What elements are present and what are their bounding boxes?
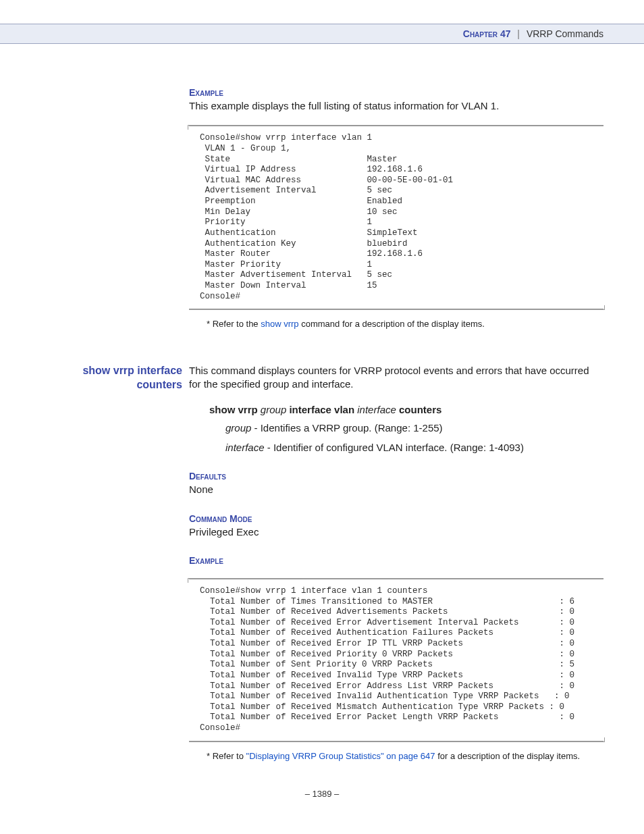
example-heading-2: Example bbox=[189, 555, 603, 566]
footnote-1: * Refer to the show vrrp command for a d… bbox=[207, 318, 603, 330]
displaying-vrrp-stats-link[interactable]: "Displaying VRRP Group Statistics" on pa… bbox=[246, 751, 435, 761]
param-group-name: group bbox=[225, 422, 251, 434]
header-separator: | bbox=[513, 28, 524, 39]
param-interface: interface - Identifier of configured VLA… bbox=[225, 440, 603, 454]
param-group: group - Identifies a VRRP group. (Range:… bbox=[225, 421, 603, 435]
syntax-arg2: interface bbox=[357, 404, 396, 415]
show-vrrp-link[interactable]: show vrrp bbox=[261, 319, 298, 329]
footnote-1-prefix: * Refer to the bbox=[207, 319, 261, 329]
page-number: – 1389 – bbox=[41, 789, 603, 812]
page-header: Chapter 47 | VRRP Commands bbox=[0, 24, 644, 44]
syntax-line: show vrrp group interface vlan interface… bbox=[209, 404, 603, 415]
defaults-heading: Defaults bbox=[189, 471, 603, 481]
example-intro-1: This example displays the full listing o… bbox=[189, 99, 603, 113]
param-interface-name: interface bbox=[225, 442, 265, 453]
command-name-line2: counters bbox=[41, 378, 182, 392]
chapter-label: Chapter 47 bbox=[463, 28, 511, 39]
example-heading-1: Example bbox=[189, 87, 603, 98]
console-output-1: Console#show vrrp interface vlan 1 VLAN … bbox=[189, 125, 603, 310]
param-group-text: - Identifies a VRRP group. (Range: 1-255… bbox=[251, 422, 442, 434]
footnote-2-suffix: for a description of the display items. bbox=[435, 751, 581, 761]
command-mode-heading: Command Mode bbox=[189, 513, 603, 524]
syntax-kw3: counters bbox=[396, 404, 442, 415]
syntax-kw1: show vrrp bbox=[209, 404, 261, 415]
footnote-2: * Refer to "Displaying VRRP Group Statis… bbox=[207, 750, 603, 762]
command-name: show vrrp interface counters bbox=[41, 364, 189, 392]
param-interface-text: - Identifier of configured VLAN interfac… bbox=[265, 442, 524, 453]
syntax-arg1: group bbox=[261, 404, 286, 415]
command-mode-text: Privileged Exec bbox=[189, 525, 603, 539]
console-output-2: Console#show vrrp 1 interface vlan 1 cou… bbox=[189, 578, 603, 742]
syntax-kw2: interface vlan bbox=[286, 404, 357, 415]
defaults-text: None bbox=[189, 483, 603, 496]
chapter-title: VRRP Commands bbox=[527, 28, 603, 39]
footnote-1-suffix: command for a description of the display… bbox=[299, 319, 485, 329]
command-name-line1: show vrrp interface bbox=[41, 364, 182, 378]
footnote-2-prefix: * Refer to bbox=[207, 751, 246, 761]
command-description: This command displays counters for VRRP … bbox=[189, 364, 603, 392]
